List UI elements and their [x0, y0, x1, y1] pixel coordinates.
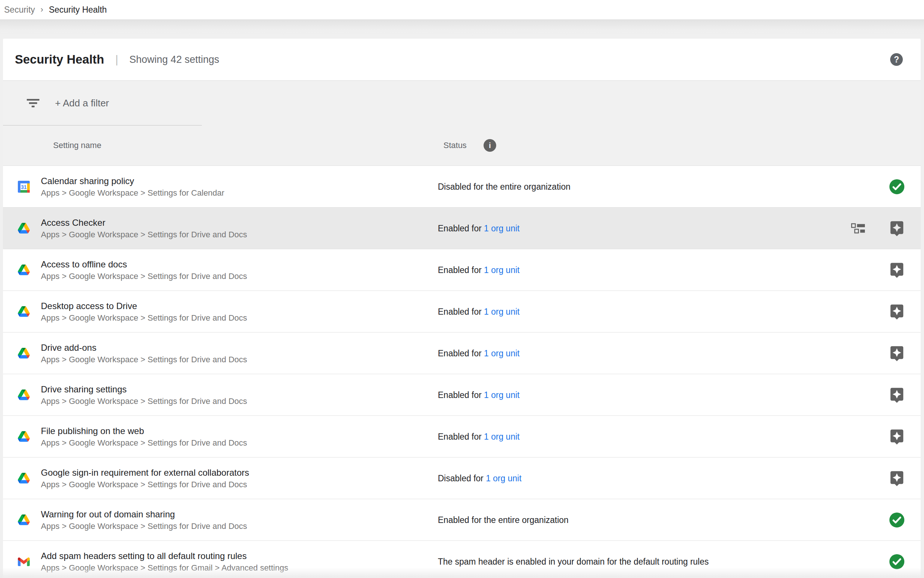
- app-icon-slot: [18, 389, 30, 401]
- setting-status: Enabled for 1 org unit: [438, 432, 519, 442]
- setting-status: Enabled for 1 org unit: [438, 307, 519, 317]
- breadcrumb-parent-link[interactable]: Security: [4, 5, 35, 15]
- recommendation-icon[interactable]: [888, 470, 905, 487]
- setting-title: Warning for out of domain sharing: [41, 508, 247, 521]
- add-filter-button[interactable]: + Add a filter: [55, 97, 109, 109]
- status-text: Enabled for: [438, 348, 484, 358]
- drive-icon: [18, 265, 30, 275]
- recommendation-icon[interactable]: [888, 345, 905, 362]
- table-row-4[interactable]: Desktop access to Drive Apps > Google Wo…: [3, 291, 921, 332]
- recommendation-icon[interactable]: [888, 303, 905, 320]
- status-org-unit-link[interactable]: 1 org unit: [484, 348, 519, 358]
- setting-status: Enabled for the entire organization: [438, 515, 569, 525]
- status-indicator-slot: [888, 470, 905, 487]
- column-header-status: Status: [443, 141, 466, 150]
- app-icon-slot: [18, 347, 30, 359]
- status-text: Enabled for: [438, 265, 484, 274]
- status-indicator-slot: [888, 179, 905, 195]
- page-background-band: [0, 19, 924, 39]
- drive-icon: [18, 473, 30, 484]
- status-text: Enabled for: [438, 390, 484, 399]
- page-title: Security Health: [15, 52, 104, 67]
- status-info-icon[interactable]: i: [484, 139, 496, 152]
- status-text: Enabled for: [438, 223, 484, 233]
- table-row-8[interactable]: Google sign-in requirement for external …: [3, 457, 921, 499]
- setting-path: Apps > Google Workspace > Settings for C…: [41, 187, 225, 199]
- table-row-5[interactable]: Drive add-ons Apps > Google Workspace > …: [3, 332, 921, 374]
- card-header: Security Health | Showing 42 settings ?: [3, 39, 921, 81]
- app-icon-slot: [18, 556, 30, 568]
- status-text: Enabled for the entire organization: [438, 515, 569, 524]
- setting-path: Apps > Google Workspace > Settings for D…: [41, 354, 247, 365]
- status-indicator-slot: [888, 345, 905, 362]
- status-indicator-slot: [888, 261, 905, 279]
- status-org-unit-link[interactable]: 1 org unit: [484, 307, 519, 316]
- status-text: Enabled for: [438, 307, 484, 316]
- recommendation-icon[interactable]: [888, 220, 905, 237]
- app-icon-slot: [18, 431, 30, 443]
- setting-path: Apps > Google Workspace > Settings for D…: [41, 229, 247, 240]
- drive-icon: [18, 390, 30, 400]
- app-icon-slot: 31: [18, 181, 30, 193]
- setting-status: Enabled for 1 org unit: [438, 390, 519, 400]
- drive-icon: [18, 348, 30, 359]
- table-row-10[interactable]: Add spam headers setting to all default …: [3, 541, 921, 578]
- settings-table: 31 Calendar sharing policy Apps > Google…: [3, 166, 921, 578]
- recommendation-icon[interactable]: [888, 386, 905, 404]
- status-text: Enabled for: [438, 432, 484, 441]
- status-org-unit-link[interactable]: 1 org unit: [484, 432, 519, 441]
- status-text: Disabled for: [438, 473, 486, 483]
- setting-status: Enabled for 1 org unit: [438, 265, 519, 275]
- setting-title: Desktop access to Drive: [41, 299, 247, 312]
- help-icon[interactable]: ?: [890, 53, 903, 66]
- setting-path: Apps > Google Workspace > Settings for D…: [41, 312, 247, 323]
- status-text: Disabled for the entire organization: [438, 182, 571, 191]
- status-indicator-slot: [888, 386, 905, 404]
- column-header-setting-name: Setting name: [53, 141, 102, 150]
- status-text: The spam header is enabled in your domai…: [438, 557, 709, 566]
- setting-title: Drive sharing settings: [41, 383, 247, 396]
- table-row-2[interactable]: Access Checker Apps > Google Workspace >…: [3, 207, 921, 249]
- recommendation-icon[interactable]: [888, 261, 905, 279]
- drive-icon: [18, 515, 30, 525]
- setting-title: Calendar sharing policy: [41, 174, 225, 187]
- status-org-unit-link[interactable]: 1 org unit: [484, 390, 519, 399]
- setting-path: Apps > Google Workspace > Settings for D…: [41, 437, 247, 448]
- table-header: Setting name Status i: [3, 125, 921, 166]
- status-indicator-slot: [888, 428, 905, 445]
- status-ok-icon: [889, 554, 905, 570]
- setting-path: Apps > Google Workspace > Settings for G…: [41, 562, 288, 573]
- table-row-7[interactable]: File publishing on the web Apps > Google…: [3, 416, 921, 457]
- drive-icon: [18, 223, 30, 234]
- status-indicator-slot: [888, 303, 905, 320]
- breadcrumb-current: Security Health: [49, 5, 107, 15]
- setting-status: Enabled for 1 org unit: [438, 223, 519, 233]
- status-indicator-slot: [888, 220, 905, 237]
- gmail-icon: [18, 557, 30, 567]
- setting-path: Apps > Google Workspace > Settings for D…: [41, 479, 249, 490]
- drive-icon: [18, 306, 30, 317]
- setting-status: Enabled for 1 org unit: [438, 348, 519, 358]
- app-icon-slot: [18, 306, 30, 318]
- app-icon-slot: [18, 472, 30, 484]
- table-row-9[interactable]: Warning for out of domain sharing Apps >…: [3, 499, 921, 541]
- table-row-1[interactable]: 31 Calendar sharing policy Apps > Google…: [3, 166, 921, 207]
- setting-title: Access to offline docs: [41, 258, 247, 271]
- setting-path: Apps > Google Workspace > Settings for D…: [41, 396, 247, 407]
- recommendation-icon[interactable]: [888, 428, 905, 445]
- org-units-icon: [851, 223, 865, 234]
- org-icon-slot: [851, 223, 865, 234]
- table-row-3[interactable]: Access to offline docs Apps > Google Wor…: [3, 249, 921, 291]
- setting-title: File publishing on the web: [41, 424, 247, 437]
- filter-icon[interactable]: [26, 98, 40, 108]
- breadcrumb: Security › Security Health: [0, 0, 924, 19]
- status-org-unit-link[interactable]: 1 org unit: [484, 265, 519, 274]
- app-icon-slot: [18, 514, 30, 526]
- app-icon-slot: [18, 264, 30, 276]
- setting-status: Disabled for the entire organization: [438, 182, 571, 192]
- calendar-icon: 31: [18, 181, 30, 193]
- status-org-unit-link[interactable]: 1 org unit: [484, 223, 519, 233]
- table-row-6[interactable]: Drive sharing settings Apps > Google Wor…: [3, 374, 921, 416]
- status-indicator-slot: [888, 512, 905, 528]
- status-org-unit-link[interactable]: 1 org unit: [486, 473, 521, 483]
